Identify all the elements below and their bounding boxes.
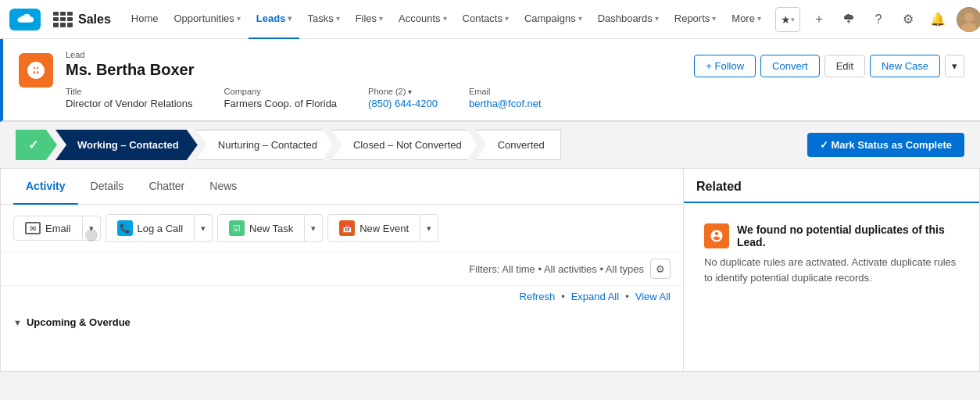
stage-completed[interactable]: ✓ [16, 130, 57, 160]
record-fields: Title Director of Vendor Relations Compa… [66, 87, 681, 109]
chevron-down-icon: ▾ [443, 14, 447, 23]
chevron-down-icon: ▼ [13, 318, 22, 327]
record-header: Lead Ms. Bertha Boxer Title Director of … [0, 39, 980, 122]
phone-icon: 📞 [117, 220, 133, 236]
top-navigation: Sales Home Opportunities ▾ Leads ▾ Tasks… [0, 0, 980, 39]
refresh-link[interactable]: Refresh [520, 291, 556, 302]
chevron-down-icon: ▾ [757, 14, 761, 23]
email-label: Email [469, 87, 542, 96]
tab-chatter[interactable]: Chatter [136, 169, 197, 205]
activity-action-bar: ✉ Email ▾ 📞 Log a Call ▾ ☑ New Task [1, 205, 683, 252]
new-task-button-group: ☑ New Task ▾ [217, 214, 323, 242]
email-button[interactable]: ✉ Email [13, 216, 83, 241]
log-call-dropdown-button[interactable]: ▾ [195, 214, 213, 242]
nav-home[interactable]: Home [123, 0, 166, 39]
record-type-label: Lead [66, 50, 681, 59]
event-icon: 📅 [339, 220, 355, 236]
email-value[interactable]: bertha@fcof.net [469, 98, 542, 109]
title-value: Director of Vendor Relations [66, 98, 193, 109]
filters-gear-button[interactable]: ⚙ [650, 259, 671, 279]
main-content: Activity Details Chatter News ✉ Email ▾ … [0, 169, 980, 372]
duplicate-description: No duplicate rules are activated. Activa… [704, 255, 959, 285]
nav-accounts[interactable]: Accounts ▾ [391, 0, 454, 39]
mark-status-complete-button[interactable]: ✓ Mark Status as Complete [807, 133, 964, 157]
record-type-icon [19, 53, 53, 88]
settings-icon[interactable]: ⚙ [897, 9, 919, 30]
chevron-down-icon: ▾ [505, 14, 509, 23]
expand-all-link[interactable]: Expand All [571, 291, 619, 302]
chevron-down-icon: ▾ [288, 14, 291, 23]
new-case-button[interactable]: New Case [870, 55, 940, 77]
company-label: Company [224, 87, 338, 96]
follow-button[interactable]: + Follow [694, 55, 756, 77]
email-icon: ✉ [25, 222, 41, 234]
log-call-button[interactable]: 📞 Log a Call [106, 214, 195, 242]
stage-converted[interactable]: Converted [476, 130, 561, 160]
nav-campaigns[interactable]: Campaigns ▾ [517, 0, 590, 39]
tab-news[interactable]: News [197, 169, 249, 205]
edit-button[interactable]: Edit [824, 55, 865, 77]
nav-reports[interactable]: Reports ▾ [667, 0, 724, 39]
upcoming-overdue-label: Upcoming & Overdue [27, 316, 131, 328]
record-company-field: Company Farmers Coop. of Florida [224, 87, 338, 109]
main-nav: Home Opportunities ▾ Leads ▾ Tasks ▾ Fil… [123, 0, 769, 39]
duplicate-card: We found no potential duplicates of this… [693, 212, 970, 296]
view-all-link[interactable]: View All [635, 291, 671, 302]
new-task-button[interactable]: ☑ New Task [217, 214, 305, 242]
record-actions: + Follow Convert Edit New Case ▾ [694, 55, 964, 77]
nav-dashboards[interactable]: Dashboards ▾ [590, 0, 667, 39]
convert-button[interactable]: Convert [760, 55, 820, 77]
record-email-field: Email bertha@fcof.net [469, 87, 542, 109]
record-phone-field: Phone (2) ▾ (850) 644-4200 [368, 87, 438, 109]
new-event-button[interactable]: 📅 New Event [327, 214, 420, 242]
phone-dropdown-icon[interactable]: ▾ [408, 88, 412, 96]
right-panel: Related We found no potential duplicates… [683, 169, 980, 372]
nav-leads[interactable]: Leads ▾ [249, 0, 300, 39]
favorites-button[interactable]: ★ ▾ [775, 7, 800, 32]
email-dropdown-button[interactable]: ▾ [83, 216, 101, 241]
chevron-down-icon: ▾ [655, 14, 659, 23]
nav-more[interactable]: More ▾ [724, 0, 769, 39]
upcoming-overdue-section[interactable]: ▼ Upcoming & Overdue [1, 307, 683, 334]
status-bar: ✓ Working – Contacted Nurturing – Contac… [0, 122, 980, 169]
phone-label: Phone (2) ▾ [368, 87, 438, 96]
duplicate-card-header: We found no potential duplicates of this… [704, 223, 959, 248]
svg-point-2 [964, 12, 974, 22]
new-task-dropdown-button[interactable]: ▾ [305, 214, 323, 242]
stage-converted-label: Converted [498, 139, 545, 151]
nav-tasks[interactable]: Tasks ▾ [299, 0, 347, 39]
success-icon[interactable]: 🌩 [838, 9, 860, 30]
duplicate-title: We found no potential duplicates of this… [737, 223, 959, 248]
help-icon[interactable]: ? [867, 9, 889, 30]
left-panel: Activity Details Chatter News ✉ Email ▾ … [0, 169, 683, 372]
notifications-icon[interactable]: 🔔 [927, 9, 949, 30]
app-name: Sales [78, 12, 111, 27]
stage-closed-not-converted[interactable]: Closed – Not Converted [331, 130, 477, 160]
new-event-dropdown-button[interactable]: ▾ [420, 214, 438, 242]
email-button-group: ✉ Email ▾ [13, 216, 101, 241]
stage-nurturing-label: Nurturing – Contacted [218, 139, 317, 151]
links-bar: Refresh • Expand All • View All [1, 286, 683, 307]
chevron-down-icon: ▾ [379, 14, 383, 23]
record-info: Lead Ms. Bertha Boxer Title Director of … [66, 50, 681, 109]
nav-files[interactable]: Files ▾ [348, 0, 391, 39]
chevron-down-icon: ▾ [712, 14, 716, 23]
stage-working-contacted[interactable]: Working – Contacted [55, 130, 198, 160]
tab-details[interactable]: Details [78, 169, 137, 205]
new-event-button-group: 📅 New Event ▾ [327, 214, 438, 242]
title-label: Title [66, 87, 193, 96]
apps-grid-icon[interactable] [50, 9, 72, 30]
more-actions-button[interactable]: ▾ [945, 55, 964, 77]
user-avatar[interactable] [957, 7, 980, 32]
company-value: Farmers Coop. of Florida [224, 98, 338, 109]
status-stages: ✓ Working – Contacted Nurturing – Contac… [16, 130, 799, 160]
nav-opportunities[interactable]: Opportunities ▾ [166, 0, 249, 39]
salesforce-logo[interactable] [9, 9, 41, 30]
chevron-down-icon: ▾ [237, 14, 241, 23]
phone-value[interactable]: (850) 644-4200 [368, 98, 438, 109]
tab-activity[interactable]: Activity [13, 169, 78, 205]
nav-contacts[interactable]: Contacts ▾ [455, 0, 517, 39]
chevron-down-icon: ▾ [336, 14, 340, 23]
stage-nurturing-contacted[interactable]: Nurturing – Contacted [196, 130, 333, 160]
add-icon[interactable]: ＋ [808, 9, 830, 30]
